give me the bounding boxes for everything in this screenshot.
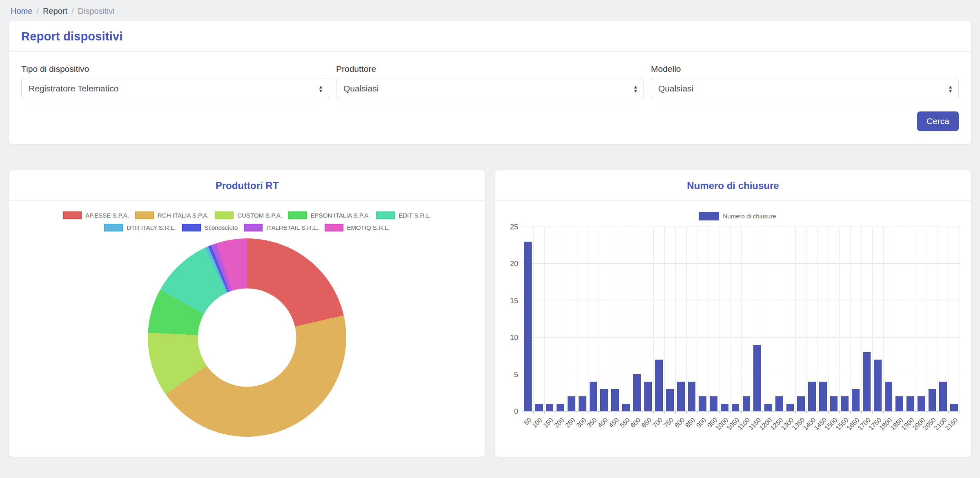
bar bbox=[885, 382, 893, 411]
bar bbox=[655, 360, 663, 411]
x-tick bbox=[839, 411, 840, 414]
legend-swatch bbox=[63, 211, 82, 219]
bar bbox=[743, 396, 751, 411]
bar-chart-y-axis: 0510152025 bbox=[504, 227, 522, 411]
legend-item[interactable]: Numero di chiusure bbox=[699, 212, 776, 220]
breadcrumb-separator: / bbox=[71, 7, 74, 16]
x-tick bbox=[599, 411, 599, 414]
breadcrumb-link-home[interactable]: Home bbox=[11, 7, 32, 16]
model-select[interactable]: Qualsiasi ▴▾ bbox=[651, 78, 959, 99]
select-arrows-icon: ▴▾ bbox=[319, 84, 322, 93]
bar bbox=[590, 382, 597, 411]
bar bbox=[950, 404, 958, 411]
bar-chart-plot[interactable]: 5010015020025030035040045055060065070075… bbox=[522, 227, 960, 411]
filters-form: Tipo di dispositivo Registratore Telemat… bbox=[9, 52, 971, 99]
x-gridline bbox=[960, 227, 960, 411]
legend-item[interactable]: ITALRETAIL S.R.L. bbox=[244, 224, 318, 231]
legend-label: EMOTIQ S.R.L. bbox=[347, 224, 390, 231]
bar bbox=[852, 389, 860, 411]
x-tick bbox=[533, 411, 534, 414]
pie-chart-legend: AP.ESSE S.P.A.RCH ITALIA S.P.A.CUSTOM S.… bbox=[9, 211, 485, 231]
y-axis-label: 0 bbox=[514, 407, 518, 416]
model-selected-value: Qualsiasi bbox=[658, 84, 693, 93]
producer-select[interactable]: Qualsiasi ▴▾ bbox=[336, 78, 644, 99]
x-tick bbox=[774, 411, 774, 414]
x-tick bbox=[555, 411, 555, 414]
y-axis-label: 10 bbox=[510, 333, 518, 342]
x-tick bbox=[872, 411, 873, 414]
select-arrows-icon: ▴▾ bbox=[949, 84, 952, 93]
legend-swatch bbox=[699, 212, 719, 220]
bar bbox=[677, 382, 685, 411]
x-tick bbox=[719, 411, 719, 414]
select-arrows-icon: ▴▾ bbox=[634, 84, 637, 93]
x-tick bbox=[795, 411, 796, 414]
device-type-select[interactable]: Registratore Telematico ▴▾ bbox=[21, 78, 329, 99]
legend-label: RCH ITALIA S.P.A. bbox=[158, 212, 209, 219]
x-tick bbox=[741, 411, 742, 414]
breadcrumb: Home / Report / Dispositivi bbox=[0, 0, 980, 21]
legend-item[interactable]: EDIT S.R.L. bbox=[376, 211, 431, 219]
x-tick bbox=[949, 411, 949, 414]
legend-item[interactable]: RCH ITALIA S.P.A. bbox=[135, 211, 209, 219]
legend-swatch bbox=[376, 211, 395, 219]
legend-label: DTR ITALY S.R.L. bbox=[127, 224, 176, 231]
bar bbox=[611, 389, 619, 411]
bar bbox=[535, 404, 543, 411]
x-tick bbox=[894, 411, 894, 414]
legend-label: CUSTOM S.P.A. bbox=[237, 212, 282, 219]
x-tick bbox=[697, 411, 697, 414]
breadcrumb-item-dispositivi: Dispositivi bbox=[78, 7, 115, 16]
donut-hole bbox=[198, 289, 296, 387]
search-button[interactable]: Cerca bbox=[917, 111, 959, 131]
bar bbox=[666, 389, 674, 411]
bar bbox=[929, 389, 936, 411]
legend-row: DTR ITALY S.R.L.SconosciutoITALRETAIL S.… bbox=[9, 224, 485, 231]
breadcrumb-item-report: Report bbox=[43, 7, 67, 16]
legend-item[interactable]: Sconosciuto bbox=[182, 224, 238, 231]
bar bbox=[841, 396, 849, 411]
bar bbox=[721, 404, 728, 411]
bar bbox=[557, 404, 564, 411]
x-tick bbox=[752, 411, 752, 414]
bar bbox=[600, 389, 608, 411]
producer-label: Produttore bbox=[336, 64, 644, 74]
bar bbox=[819, 382, 827, 411]
legend-item[interactable]: EPSON ITALIA S.P.A. bbox=[288, 211, 370, 219]
x-tick bbox=[905, 411, 905, 414]
legend-swatch bbox=[215, 211, 234, 219]
y-axis-label: 5 bbox=[514, 370, 518, 379]
legend-label: EDIT S.R.L. bbox=[399, 212, 431, 219]
device-type-selected-value: Registratore Telematico bbox=[29, 84, 118, 93]
x-tick bbox=[653, 411, 654, 414]
legend-label: Sconosciuto bbox=[205, 224, 238, 231]
x-tick bbox=[588, 411, 588, 414]
bar bbox=[753, 345, 761, 411]
legend-label: EPSON ITALIA S.P.A. bbox=[311, 212, 370, 219]
legend-item[interactable]: EMOTIQ S.R.L. bbox=[325, 224, 390, 231]
bar bbox=[633, 374, 641, 411]
legend-item[interactable]: DTR ITALY S.R.L. bbox=[104, 224, 176, 231]
x-tick bbox=[927, 411, 927, 414]
legend-swatch bbox=[135, 211, 154, 219]
bar bbox=[775, 396, 783, 411]
x-tick bbox=[806, 411, 807, 414]
device-type-label: Tipo di dispositivo bbox=[21, 64, 329, 74]
bar bbox=[786, 404, 794, 411]
x-tick bbox=[664, 411, 665, 414]
x-tick bbox=[675, 411, 676, 414]
donut-chart[interactable] bbox=[148, 238, 346, 437]
report-filters-card: Report dispositivi Tipo di dispositivo R… bbox=[9, 21, 971, 144]
produttori-rt-card: Produttori RT AP.ESSE S.P.A.RCH ITALIA S… bbox=[9, 170, 485, 457]
legend-label: Numero di chiusure bbox=[723, 213, 776, 220]
legend-item[interactable]: CUSTOM S.P.A. bbox=[215, 211, 282, 219]
x-tick bbox=[621, 411, 621, 414]
x-tick bbox=[861, 411, 862, 414]
x-tick bbox=[544, 411, 545, 414]
bar bbox=[906, 396, 914, 411]
y-axis-label: 15 bbox=[510, 296, 518, 305]
legend-item[interactable]: AP.ESSE S.P.A. bbox=[63, 211, 129, 219]
charts-row: Produttori RT AP.ESSE S.P.A.RCH ITALIA S… bbox=[9, 170, 971, 457]
legend-swatch bbox=[104, 224, 123, 231]
bar bbox=[699, 396, 706, 411]
